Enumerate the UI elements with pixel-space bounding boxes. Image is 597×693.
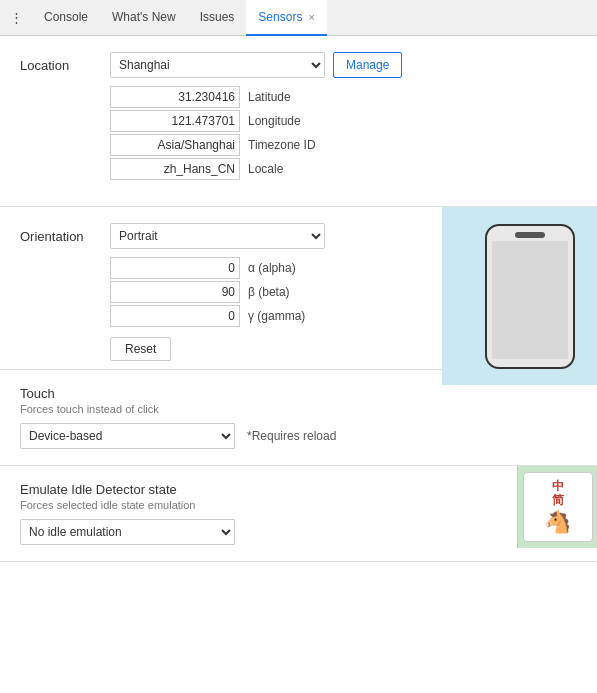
idle-description: Forces selected idle state emulation bbox=[20, 499, 497, 511]
timezone-label: Timezone ID bbox=[248, 138, 316, 152]
locale-label: Locale bbox=[248, 162, 283, 176]
alpha-row: α (alpha) bbox=[110, 257, 325, 279]
tab-issues[interactable]: Issues bbox=[188, 0, 247, 36]
more-tabs-button[interactable]: ⋮ bbox=[4, 6, 28, 30]
locale-input[interactable] bbox=[110, 158, 240, 180]
sticker-chinese-text: 中 简 bbox=[552, 479, 564, 508]
alpha-label: α (alpha) bbox=[248, 261, 296, 275]
idle-title: Emulate Idle Detector state bbox=[20, 482, 497, 497]
sticker-panel: 中 简 🐴 bbox=[517, 466, 597, 548]
tab-bar: ⋮ Console What's New Issues Sensors × bbox=[0, 0, 597, 36]
touch-select[interactable]: Device-based Force enabled Force disable… bbox=[20, 423, 235, 449]
sticker-animal-emoji: 🐴 bbox=[544, 509, 571, 535]
more-icon: ⋮ bbox=[10, 10, 23, 25]
reset-button[interactable]: Reset bbox=[110, 337, 171, 361]
longitude-label: Longitude bbox=[248, 114, 301, 128]
latitude-label: Latitude bbox=[248, 90, 291, 104]
orientation-main-row: Orientation Portrait Landscape α (alpha) bbox=[20, 223, 426, 361]
idle-left: Emulate Idle Detector state Forces selec… bbox=[0, 466, 517, 561]
location-select-row: Shanghai London New York Tokyo Manage bbox=[110, 52, 577, 78]
location-content: Shanghai London New York Tokyo Manage La… bbox=[110, 52, 577, 182]
gamma-label: γ (gamma) bbox=[248, 309, 305, 323]
longitude-input[interactable] bbox=[110, 110, 240, 132]
tab-whats-new-label: What's New bbox=[112, 10, 176, 24]
tab-sensors-label: Sensors bbox=[258, 10, 302, 24]
gamma-input[interactable] bbox=[110, 305, 240, 327]
idle-section: Emulate Idle Detector state Forces selec… bbox=[0, 466, 597, 562]
location-select[interactable]: Shanghai London New York Tokyo bbox=[110, 52, 325, 78]
touch-title: Touch bbox=[20, 386, 577, 401]
tab-whats-new[interactable]: What's New bbox=[100, 0, 188, 36]
touch-description: Forces touch instead of click bbox=[20, 403, 577, 415]
phone-screen bbox=[492, 241, 568, 359]
orientation-section: Orientation Portrait Landscape α (alpha) bbox=[0, 207, 597, 370]
orientation-inner: Orientation Portrait Landscape α (alpha) bbox=[20, 223, 325, 361]
manage-button[interactable]: Manage bbox=[333, 52, 402, 78]
gamma-row: γ (gamma) bbox=[110, 305, 325, 327]
tab-console[interactable]: Console bbox=[32, 0, 100, 36]
phone-illustration bbox=[485, 224, 575, 369]
beta-row: β (beta) bbox=[110, 281, 325, 303]
latitude-input[interactable] bbox=[110, 86, 240, 108]
phone-preview bbox=[442, 207, 597, 385]
sticker-line2: 简 bbox=[552, 493, 564, 507]
tab-issues-label: Issues bbox=[200, 10, 235, 24]
tab-console-label: Console bbox=[44, 10, 88, 24]
orientation-label: Orientation bbox=[20, 223, 110, 244]
touch-control-row: Device-based Force enabled Force disable… bbox=[20, 423, 577, 449]
beta-input[interactable] bbox=[110, 281, 240, 303]
timezone-input[interactable] bbox=[110, 134, 240, 156]
idle-select[interactable]: No idle emulation User active, screen un… bbox=[20, 519, 235, 545]
latitude-row: Latitude bbox=[110, 86, 577, 108]
close-tab-icon[interactable]: × bbox=[308, 11, 314, 23]
longitude-row: Longitude bbox=[110, 110, 577, 132]
location-section: Location Shanghai London New York Tokyo … bbox=[0, 36, 597, 207]
timezone-row: Timezone ID bbox=[110, 134, 577, 156]
location-label: Location bbox=[20, 52, 110, 73]
orientation-layout: Orientation Portrait Landscape α (alpha) bbox=[20, 223, 597, 369]
alpha-input[interactable] bbox=[110, 257, 240, 279]
orientation-content: Portrait Landscape α (alpha) β (beta) bbox=[110, 223, 325, 361]
locale-row: Locale bbox=[110, 158, 577, 180]
requires-reload-label: *Requires reload bbox=[247, 429, 336, 443]
main-content: Location Shanghai London New York Tokyo … bbox=[0, 36, 597, 693]
beta-label: β (beta) bbox=[248, 285, 290, 299]
location-row: Location Shanghai London New York Tokyo … bbox=[20, 52, 577, 182]
sticker-line1: 中 bbox=[552, 479, 564, 493]
orientation-select[interactable]: Portrait Landscape bbox=[110, 223, 325, 249]
sticker-content: 中 简 🐴 bbox=[523, 472, 593, 542]
sticker-card: 中 简 🐴 bbox=[523, 472, 593, 542]
tab-sensors[interactable]: Sensors × bbox=[246, 0, 326, 36]
